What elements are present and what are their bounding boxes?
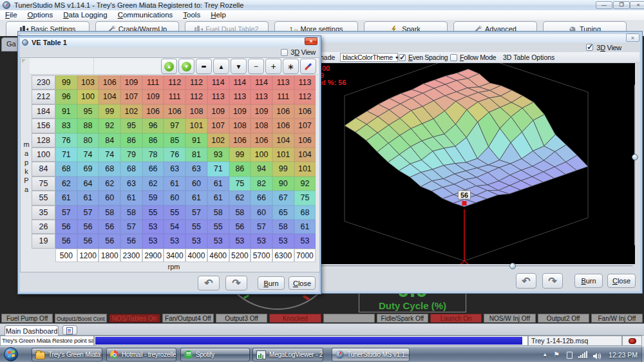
ve-cell-r75-c5700[interactable]: 82	[251, 176, 272, 191]
ve-cell-r128-c5700[interactable]: 106	[251, 133, 272, 148]
ve-cell-r35-c7000[interactable]: 68	[294, 205, 316, 220]
add-button[interactable]: +	[265, 59, 281, 74]
ve-cell-r35-c1800[interactable]: 58	[99, 205, 120, 220]
ve-cell-r84-c1800[interactable]: 68	[99, 162, 120, 176]
ve-cell-r55-c7000[interactable]: 75	[294, 191, 316, 205]
ve-cell-r128-c1800[interactable]: 84	[99, 133, 120, 148]
ve-cell-r26-c5200[interactable]: 56	[229, 220, 251, 234]
ve-cell-r35-c2300[interactable]: 58	[120, 205, 142, 220]
ve-cell-r26-c4000[interactable]: 55	[185, 220, 207, 234]
ve-cell-r55-c5700[interactable]: 66	[251, 191, 272, 205]
ve-cell-r75-c4000[interactable]: 60	[185, 176, 207, 191]
ve-cell-r55-c2900[interactable]: 59	[142, 191, 164, 205]
ve-cell-r212-c4600[interactable]: 113	[207, 90, 229, 104]
row-header-map-19[interactable]: 19	[32, 234, 55, 248]
col-header-rpm-2300[interactable]: 2300	[120, 249, 142, 262]
col-header-rpm-4000[interactable]: 4000	[185, 249, 207, 262]
ve-cell-r75-c500[interactable]: 62	[55, 176, 77, 191]
3d-vertical-rotate-slider[interactable]	[634, 84, 636, 245]
row-header-map-156[interactable]: 156	[32, 119, 55, 133]
row-header-map-55[interactable]: 55	[32, 191, 55, 205]
ve-cell-r35-c5200[interactable]: 58	[229, 205, 251, 220]
ve-cell-r35-c4600[interactable]: 58	[207, 205, 229, 220]
start-button[interactable]	[4, 347, 18, 361]
ve-cell-r55-c2300[interactable]: 61	[120, 191, 142, 205]
col-header-rpm-5200[interactable]: 5200	[229, 249, 251, 262]
ve-cell-r184-c6300[interactable]: 106	[272, 104, 294, 119]
ve-cell-r84-c5700[interactable]: 94	[251, 162, 272, 176]
color-theme-combobox[interactable]: blackColorTheme▼	[340, 53, 398, 62]
table-close-button[interactable]: Close	[289, 276, 316, 290]
ve-cell-r212-c2300[interactable]: 107	[120, 90, 142, 104]
row-header-map-184[interactable]: 184	[32, 104, 55, 119]
ve-cell-r55-c1200[interactable]: 61	[77, 191, 99, 205]
ve-cell-r230-c6300[interactable]: 113	[272, 75, 294, 90]
ve-cell-r230-c1200[interactable]: 103	[77, 75, 99, 90]
ve-cell-r19-c2300[interactable]: 56	[120, 234, 142, 248]
ve-cell-r230-c5700[interactable]: 114	[251, 75, 272, 90]
ve-cell-r156-c500[interactable]: 83	[55, 119, 77, 133]
ve-cell-r75-c5200[interactable]: 75	[229, 176, 251, 191]
ve-cell-r230-c1800[interactable]: 106	[99, 75, 120, 90]
ve-cell-r184-c1800[interactable]: 99	[99, 104, 120, 119]
ve-cell-r84-c5200[interactable]: 86	[229, 162, 251, 176]
col-header-rpm-5700[interactable]: 5700	[251, 249, 272, 262]
col-header-rpm-1800[interactable]: 1800	[99, 249, 120, 262]
ve-cell-r84-c1200[interactable]: 69	[77, 162, 99, 176]
ve-cell-r26-c5700[interactable]: 57	[251, 220, 272, 234]
ve-cell-r100-c2900[interactable]: 78	[142, 148, 164, 162]
col-header-rpm-4600[interactable]: 4600	[207, 249, 229, 262]
ve-cell-r212-c4000[interactable]: 112	[185, 90, 207, 104]
ve-cell-r35-c6300[interactable]: 65	[272, 205, 294, 220]
ve-cell-r55-c1800[interactable]: 60	[99, 191, 120, 205]
taskbar-button-spotify[interactable]: Spotify	[180, 348, 250, 361]
ve-cell-r100-c5200[interactable]: 99	[229, 148, 251, 162]
menu-help[interactable]: Help	[205, 10, 231, 19]
ve-cell-r26-c7000[interactable]: 61	[294, 220, 316, 234]
ve-cell-r19-c1800[interactable]: 56	[99, 234, 120, 248]
ve-cell-r156-c4600[interactable]: 107	[207, 119, 229, 133]
ve-cell-r100-c5700[interactable]: 100	[251, 148, 272, 162]
multiply-button[interactable]: ∗	[283, 59, 299, 74]
ve-cell-r156-c1800[interactable]: 92	[99, 119, 120, 133]
ve-cell-r100-c2300[interactable]: 79	[120, 148, 142, 162]
ve-cell-r100-c4000[interactable]: 81	[185, 148, 207, 162]
ve-cell-r19-c6300[interactable]: 53	[272, 234, 294, 248]
volume-icon[interactable]	[593, 351, 601, 359]
ve-cell-r128-c4600[interactable]: 102	[207, 133, 229, 148]
3d-redo-button[interactable]: ↷	[542, 273, 563, 289]
dialog-titlebar[interactable]: VE Table 1	[20, 38, 319, 47]
ve-cell-r84-c6300[interactable]: 99	[272, 162, 294, 176]
3d-burn-button[interactable]: Burn	[574, 274, 603, 288]
ve-cell-r19-c4600[interactable]: 53	[207, 234, 229, 248]
ve-cell-r19-c5200[interactable]: 53	[229, 234, 251, 248]
horizontal-slider-thumb[interactable]	[509, 263, 516, 269]
ve-cell-r156-c7000[interactable]: 107	[294, 119, 316, 133]
ve-cell-r156-c5700[interactable]: 108	[251, 119, 272, 133]
col-header-rpm-6300[interactable]: 6300	[272, 249, 294, 262]
ve-cell-r184-c2900[interactable]: 106	[142, 104, 164, 119]
ve-cell-r55-c3400[interactable]: 60	[164, 191, 185, 205]
taskbar-button-trey-s-green-miata[interactable]: Trey's Green Miata	[32, 348, 102, 361]
ve-cell-r100-c4600[interactable]: 93	[207, 148, 229, 162]
row-header-map-84[interactable]: 84	[32, 162, 55, 176]
ve-cell-r184-c7000[interactable]: 106	[294, 104, 316, 119]
ve-cell-r212-c1800[interactable]: 104	[99, 90, 120, 104]
ve-cell-r128-c5200[interactable]: 106	[229, 133, 251, 148]
ve-cell-r19-c1200[interactable]: 56	[77, 234, 99, 248]
ve-cell-r128-c4000[interactable]: 91	[185, 133, 207, 148]
even-spacing-option[interactable]: Even Spacing	[399, 53, 448, 62]
col-header-rpm-7000[interactable]: 7000	[294, 249, 316, 262]
ve-cell-r100-c6300[interactable]: 101	[272, 148, 294, 162]
dialog-close-button[interactable]: ×	[305, 37, 317, 45]
ve-cell-r230-c3400[interactable]: 112	[164, 75, 185, 90]
ve-cell-r26-c1800[interactable]: 56	[99, 220, 120, 234]
ve-cell-r212-c500[interactable]: 96	[55, 90, 77, 104]
menu-communications[interactable]: Communications	[113, 10, 178, 19]
3d-view-checkbox[interactable]	[586, 44, 593, 51]
vertical-slider-thumb[interactable]	[632, 154, 638, 160]
ve-cell-r35-c2900[interactable]: 55	[142, 205, 164, 220]
ve-cell-r128-c7000[interactable]: 106	[294, 133, 316, 148]
scale-up-button[interactable]: ▲	[213, 59, 229, 74]
ve-cell-r55-c6300[interactable]: 67	[272, 191, 294, 205]
